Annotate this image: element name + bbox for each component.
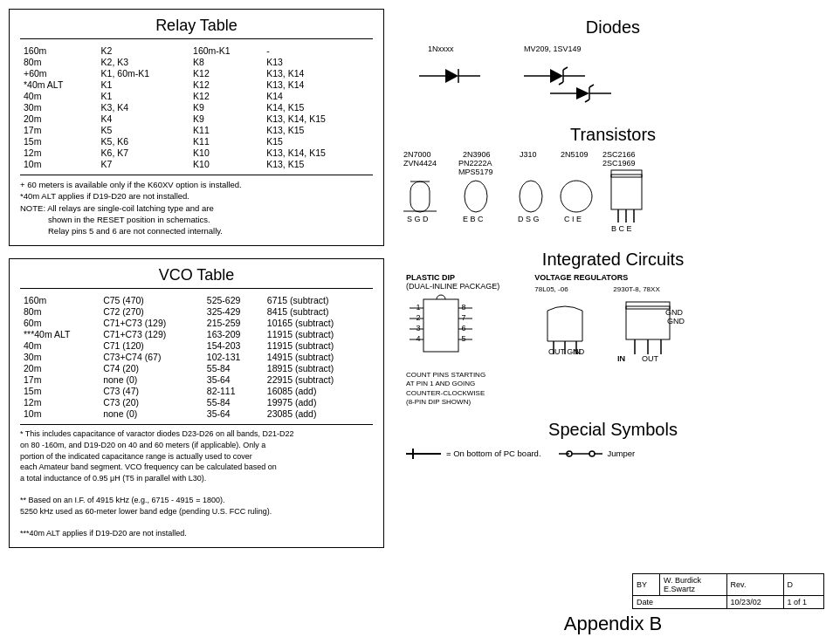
table-row: 15m K5, K6 K11 K15 bbox=[20, 135, 373, 147]
if-cell: 11915 (subtract) bbox=[264, 328, 373, 339]
relay-note-2: *40m ALT applies if D19-D20 are not inst… bbox=[20, 190, 373, 202]
k1-cell: K2, K3 bbox=[98, 56, 189, 67]
svg-text:IN: IN bbox=[617, 354, 625, 363]
c1-cell: C73 (47) bbox=[100, 385, 203, 396]
freq-cell: 55-84 bbox=[203, 396, 264, 408]
title-row-1: BY W. BurdickE.Swartz Rev. D bbox=[633, 574, 824, 596]
svg-text:4: 4 bbox=[416, 334, 420, 343]
reg-2930-group: 2930T-8, 78XX IN OUT GND bbox=[613, 285, 692, 365]
svg-text:S  G  D: S G D bbox=[407, 215, 429, 223]
svg-text:5: 5 bbox=[461, 334, 465, 343]
svg-line-17 bbox=[585, 99, 589, 102]
sht-value-cell: 1 of 1 bbox=[783, 596, 823, 609]
svg-rect-37 bbox=[611, 175, 642, 209]
freq-cell: 163-209 bbox=[203, 328, 264, 339]
band-cell: 40m bbox=[20, 90, 98, 101]
freq-cell: 215-259 bbox=[203, 317, 264, 328]
vco-notes: * This includes capacitance of varactor … bbox=[20, 424, 373, 538]
table-row: 160m K2 160m-K1 - bbox=[20, 45, 373, 56]
title-block-table: BY W. BurdickE.Swartz Rev. D Date 10/23/… bbox=[632, 573, 824, 609]
plastic-dip-group: PLASTIC DIP (DUAL-INLINE PACKAGE) 1 2 3 … bbox=[406, 273, 499, 408]
svg-text:6: 6 bbox=[461, 324, 465, 332]
table-row: 17m K5 K11 K13, K15 bbox=[20, 124, 373, 135]
k1-cell: K7 bbox=[98, 158, 189, 169]
svg-text:C   I   E: C I E bbox=[564, 215, 582, 223]
k3-cell: K13, K15 bbox=[263, 158, 373, 169]
vco-note-2: on 80 -160m, and D19-D20 on 40 and 60 me… bbox=[20, 440, 373, 451]
k3-cell: K14 bbox=[263, 90, 373, 101]
k3-cell: K13, K14, K15 bbox=[263, 147, 373, 158]
reg-2930-svg: IN OUT GND IN GND bbox=[613, 293, 692, 363]
freq-cell: 35-64 bbox=[203, 373, 264, 385]
c1-cell: C75 (470) bbox=[100, 294, 203, 305]
band-cell: 10m bbox=[20, 408, 100, 419]
rev-value-cell: D bbox=[783, 574, 823, 596]
svg-rect-38 bbox=[611, 170, 642, 177]
vco-note-7: 5250 kHz used as 60-meter lower band edg… bbox=[20, 506, 373, 517]
special-symbols-title: Special Symbols bbox=[402, 420, 824, 440]
transistors-title: Transistors bbox=[402, 125, 824, 145]
svg-point-27 bbox=[465, 181, 487, 212]
c1-cell: C71+C73 (129) bbox=[100, 317, 203, 328]
table-row: 30m K3, K4 K9 K14, K15 bbox=[20, 101, 373, 113]
ic-title: Integrated Circuits bbox=[402, 250, 824, 270]
svg-rect-65 bbox=[626, 306, 670, 339]
svg-text:2N3906: 2N3906 bbox=[463, 150, 491, 159]
table-row: 30m C73+C74 (67) 102-131 14915 (subtract… bbox=[20, 351, 373, 362]
k2-cell: K9 bbox=[189, 101, 263, 113]
band-cell: 17m bbox=[20, 124, 98, 135]
band-cell: 30m bbox=[20, 351, 100, 362]
svg-text:E  B  C: E B C bbox=[463, 215, 484, 223]
svg-text:2SC2166: 2SC2166 bbox=[602, 150, 636, 159]
k2-cell: K8 bbox=[189, 56, 263, 67]
band-cell: 12m bbox=[20, 396, 100, 408]
k3-cell: K13 bbox=[263, 56, 373, 67]
title-row-2: Date 10/23/02 1 of 1 bbox=[633, 596, 824, 609]
diodes-diagram: 1Nxxxx MV209, 1SV149 bbox=[402, 41, 681, 111]
band-cell: 40m bbox=[20, 339, 100, 351]
table-row: +60m K1, 60m-K1 K12 K13, K14 bbox=[20, 67, 373, 79]
date-value-cell: 10/23/02 bbox=[726, 596, 783, 609]
band-cell: 160m bbox=[20, 294, 100, 305]
c1-cell: C73 (20) bbox=[100, 396, 203, 408]
rev-label-cell: Rev. bbox=[726, 574, 783, 596]
table-row: 80m C72 (270) 325-429 8415 (subtract) bbox=[20, 305, 373, 317]
title-block-wrapper: BY W. BurdickE.Swartz Rev. D Date 10/23/… bbox=[402, 573, 824, 609]
band-cell: 60m bbox=[20, 317, 100, 328]
band-cell: 80m bbox=[20, 56, 98, 67]
freq-cell: 55-84 bbox=[203, 362, 264, 373]
appendix-b-label: Appendix B bbox=[402, 613, 824, 635]
svg-line-10 bbox=[559, 82, 563, 85]
svg-text:2N7000: 2N7000 bbox=[403, 150, 431, 159]
date-label-cell: Date bbox=[633, 596, 727, 609]
freq-cell: 35-64 bbox=[203, 408, 264, 419]
reg-78l-label: 78L05, -06 bbox=[534, 285, 595, 293]
k1-cell: K1 bbox=[98, 79, 189, 90]
table-row: 12m C73 (20) 55-84 19975 (add) bbox=[20, 396, 373, 408]
table-row: 10m none (0) 35-64 23085 (add) bbox=[20, 408, 373, 419]
k1-cell: K3, K4 bbox=[98, 101, 189, 113]
svg-point-30 bbox=[520, 181, 542, 212]
if-cell: 6715 (subtract) bbox=[264, 294, 373, 305]
k1-cell: K2 bbox=[98, 45, 189, 56]
c1-cell: none (0) bbox=[100, 373, 203, 385]
voltage-reg-group: VOLTAGE REGULATORS 78L05, -06 OUT bbox=[534, 273, 692, 408]
freq-cell: 325-429 bbox=[203, 305, 264, 317]
ic-diagrams: PLASTIC DIP (DUAL-INLINE PACKAGE) 1 2 3 … bbox=[402, 273, 824, 408]
svg-text:3: 3 bbox=[416, 324, 420, 332]
svg-text:D  S  G: D S G bbox=[518, 215, 540, 223]
c1-cell: C73+C74 (67) bbox=[100, 351, 203, 362]
table-row: ***40m ALT C71+C73 (129) 163-209 11915 (… bbox=[20, 328, 373, 339]
band-cell: *40m ALT bbox=[20, 79, 98, 90]
left-column: Relay Table 160m K2 160m-K1 - 80m K2, K3… bbox=[9, 9, 384, 635]
k3-cell: K13, K15 bbox=[263, 124, 373, 135]
diodes-title: Diodes bbox=[402, 17, 824, 38]
relay-table: 160m K2 160m-K1 - 80m K2, K3 K8 K13 +60m… bbox=[20, 45, 373, 169]
relay-note-1: + 60 meters is available only if the K60… bbox=[20, 179, 373, 190]
relay-note-4: shown in the RESET position in schematic… bbox=[20, 214, 373, 225]
plastic-dip-sublabel: (DUAL-INLINE PACKAGE) bbox=[406, 282, 499, 291]
transistors-section: Transistors 2N7000 ZVN4424 S G D 2N3906 … bbox=[402, 125, 824, 237]
band-cell: 17m bbox=[20, 373, 100, 385]
freq-cell: 82-111 bbox=[203, 385, 264, 396]
svg-text:PN2222A: PN2222A bbox=[458, 159, 492, 168]
